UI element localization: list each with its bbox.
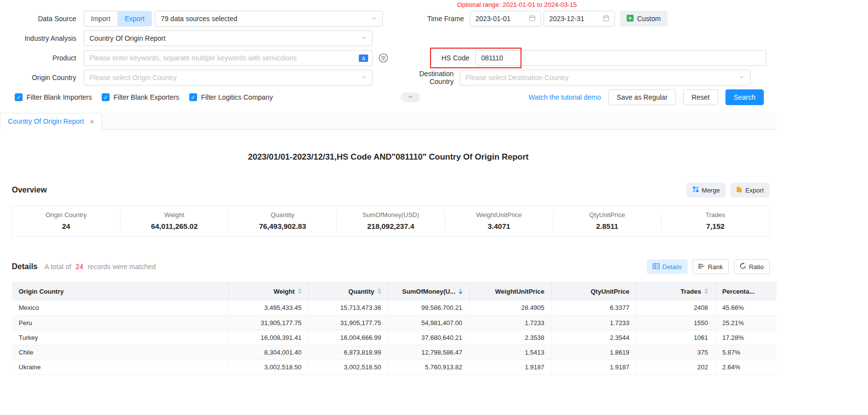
product-label: Product	[0, 54, 84, 62]
close-icon[interactable]	[90, 118, 94, 125]
cell-qty-unit-price: 1.7233	[551, 315, 637, 330]
stat-qty-unit-price: QtyUnitPrice 2.8511	[553, 211, 662, 230]
cell-qty-unit-price: 1.8619	[551, 345, 637, 360]
cell-weight-unit-price: 1.5413	[469, 345, 551, 360]
column-label: Trades	[681, 288, 701, 295]
ratio-view-label: Ratio	[749, 263, 764, 271]
rank-view-button[interactable]: Rank	[693, 259, 728, 274]
stat-label: SumOfMoney(USD)	[337, 211, 444, 219]
cell-origin-country: Peru	[12, 315, 229, 330]
cell-sum-of-money: 12,798,586.47	[388, 345, 469, 360]
origin-country-select[interactable]: Please select Origin Country	[84, 70, 373, 85]
chevron-down-icon	[407, 94, 413, 101]
ratio-view-button[interactable]: Ratio	[734, 259, 770, 274]
product-keywords-input[interactable]	[89, 54, 359, 62]
column-label: SumOfMoney(U...	[402, 288, 455, 295]
stat-label: Trades	[662, 211, 769, 219]
sort-icons[interactable]	[459, 288, 463, 294]
cell-trades: 1061	[637, 330, 715, 345]
industry-analysis-label: Industry Analysis	[0, 34, 84, 42]
cell-percentage: 45.66%	[715, 301, 777, 315]
destination-country-select[interactable]: Please select Destination Country	[460, 70, 751, 85]
col-weight-unit-price: WeightUnitPrice	[469, 282, 551, 301]
cell-qty-unit-price: 1.9187	[551, 360, 637, 374]
expand-filters-button[interactable]	[401, 92, 420, 102]
details-section: Details A total of 24 records were match…	[12, 259, 777, 375]
import-toggle-button[interactable]: Import	[84, 11, 117, 27]
time-frame-label: Time Frame	[405, 15, 470, 23]
industry-analysis-value: Country Of Origin Report	[89, 34, 166, 42]
cell-weight: 3,002,518.50	[229, 360, 309, 374]
stat-label: QtyUnitPrice	[553, 211, 661, 219]
sort-icons[interactable]	[377, 288, 381, 294]
filter-blank-exporters-checkbox[interactable]: Filter Blank Exporters	[102, 93, 179, 101]
checkbox-checked-icon	[102, 93, 110, 101]
col-qty-unit-price: QtyUnitPrice	[551, 282, 637, 301]
cell-sum-of-money: 54,981,407.00	[388, 315, 469, 330]
stat-label: WeightUnitPrice	[445, 211, 553, 219]
details-view-button[interactable]: Details	[647, 259, 688, 274]
sort-icons[interactable]	[704, 288, 708, 294]
column-label: Quantity	[348, 288, 375, 295]
optional-range-note: Optional range: 2021-01-01 to 2024-03-15	[457, 1, 577, 8]
merge-button[interactable]: Merge	[687, 183, 726, 197]
svg-text:A: A	[362, 55, 365, 61]
cell-percentage: 25.21%	[715, 315, 777, 330]
ratio-circle-icon	[740, 263, 746, 271]
translate-icon[interactable]: A	[359, 55, 368, 62]
filter-row-countries: Origin Country Please select Origin Coun…	[0, 70, 777, 85]
cell-qty-unit-price: 6.3377	[551, 301, 637, 315]
batch-input-icon[interactable]	[378, 53, 388, 63]
details-view-label: Details	[663, 263, 682, 271]
stat-value: 3.4071	[445, 222, 553, 230]
stat-value: 2.8511	[553, 222, 661, 230]
rank-view-label: Rank	[708, 263, 723, 271]
col-trades: Trades	[637, 282, 715, 301]
column-label: Origin Country	[19, 288, 64, 295]
chevron-down-icon	[739, 74, 745, 82]
export-button-label: Export	[745, 187, 764, 194]
start-date-input[interactable]: 2023-01-01	[470, 11, 541, 27]
stat-label: Weight	[120, 211, 228, 219]
filter-blank-importers-checkbox[interactable]: Filter Blank Importers	[15, 93, 92, 101]
table-view-icon	[653, 263, 660, 271]
checkbox-label: Filter Logitics Company	[201, 93, 273, 101]
reset-button[interactable]: Reset	[683, 89, 718, 105]
data-source-toggle: Import Export	[84, 11, 152, 27]
overview-stats: Origin Country 24 Weight 64,011,265.02 Q…	[12, 205, 770, 237]
data-source-select[interactable]: 79 data sources selected	[155, 11, 383, 27]
stat-value: 218,092,237.4	[337, 222, 444, 230]
destination-country-label: Destination Country	[395, 70, 460, 85]
origin-country-placeholder: Please select Origin Country	[89, 74, 176, 82]
filter-panel: Optional range: 2021-01-01 to 2024-03-15…	[0, 0, 777, 105]
merge-icon	[693, 186, 699, 194]
checkbox-label: Filter Blank Exporters	[114, 93, 179, 101]
match-summary: A total of 24 records were matched	[44, 263, 155, 271]
sort-icons[interactable]	[298, 288, 302, 294]
cell-weight-unit-price: 28.4905	[469, 301, 551, 315]
report-body: Overview Merge Export Origin Country 24 …	[0, 183, 777, 375]
export-button[interactable]: Export	[730, 183, 770, 197]
filter-row-industry: Industry Analysis Country Of Origin Repo…	[0, 30, 777, 46]
tutorial-demo-link[interactable]: Watch the tutorial demo	[528, 93, 601, 101]
save-as-regular-button[interactable]: Save as Regular	[608, 89, 676, 105]
table-row: Ukraine 3,002,518.50 3,002,518.50 5,760,…	[12, 360, 777, 374]
stat-quantity: Quantity 76,493,902.83	[229, 211, 337, 230]
industry-analysis-select[interactable]: Country Of Origin Report	[84, 30, 373, 46]
search-button[interactable]: Search	[725, 89, 764, 105]
col-origin-country: Origin Country	[12, 282, 229, 301]
export-toggle-button[interactable]: Export	[117, 11, 152, 27]
custom-button[interactable]: Custom	[620, 11, 667, 27]
filter-row-product-hscode: Product A HS Code	[0, 50, 777, 66]
details-header: Details A total of 24 records were match…	[12, 259, 770, 274]
column-label: WeightUnitPrice	[495, 288, 544, 295]
filter-logistics-company-checkbox[interactable]: Filter Logitics Company	[189, 93, 273, 101]
end-date-input[interactable]: 2023-12-31	[544, 11, 615, 27]
report-title: 2023/01/01-2023/12/31,HS Code AND"081110…	[0, 152, 777, 162]
tab-country-of-origin-report[interactable]: Country Of Origin Report	[0, 113, 102, 130]
stat-value: 64,011,265.02	[120, 222, 228, 230]
hs-code-input[interactable]	[481, 54, 762, 62]
table-header-row: Origin Country Weight Quantity SumOfMone…	[12, 282, 777, 301]
cell-percentage: 5.87%	[715, 345, 777, 360]
chevron-down-icon	[361, 34, 367, 42]
